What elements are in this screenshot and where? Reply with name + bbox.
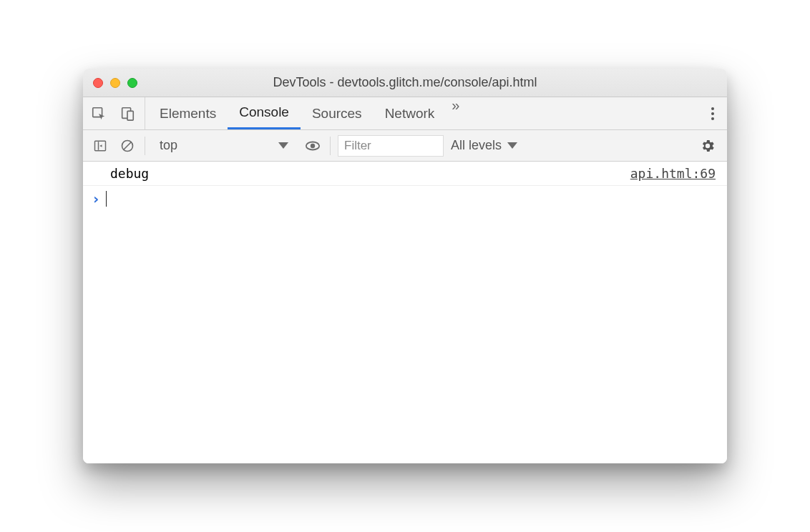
inspect-element-icon[interactable] — [89, 104, 109, 124]
tab-sources[interactable]: Sources — [301, 97, 374, 129]
text-cursor — [106, 191, 107, 207]
tab-elements[interactable]: Elements — [148, 97, 228, 129]
execution-context-selector[interactable]: top — [152, 138, 296, 153]
svg-point-6 — [311, 143, 315, 147]
separator — [145, 137, 145, 155]
more-tabs-icon[interactable]: » — [446, 97, 465, 129]
settings-menu-icon[interactable] — [704, 107, 721, 120]
devtools-window: DevTools - devtools.glitch.me/console/ap… — [83, 69, 727, 463]
console-output: debug api.html:69 › — [83, 162, 727, 463]
live-expression-icon[interactable] — [303, 136, 323, 156]
log-source-link[interactable]: api.html:69 — [630, 166, 716, 181]
console-settings-icon[interactable] — [700, 136, 720, 156]
execution-context-label: top — [160, 138, 177, 153]
console-prompt[interactable]: › — [83, 186, 727, 212]
chevron-down-icon — [278, 142, 288, 149]
tab-console[interactable]: Console — [228, 97, 301, 129]
console-toolbar: top All levels — [83, 130, 727, 162]
log-message-text: debug — [110, 166, 149, 181]
log-levels-label: All levels — [451, 138, 502, 153]
filter-input[interactable] — [338, 135, 444, 157]
log-message-row: debug api.html:69 — [83, 162, 727, 186]
chevron-down-icon — [507, 142, 517, 149]
device-toolbar-icon[interactable] — [117, 104, 137, 124]
titlebar: DevTools - devtools.glitch.me/console/ap… — [83, 69, 727, 97]
toggle-console-sidebar-icon[interactable] — [90, 136, 110, 156]
clear-console-icon[interactable] — [117, 136, 137, 156]
window-title: DevTools - devtools.glitch.me/console/ap… — [83, 75, 727, 90]
log-levels-selector[interactable]: All levels — [451, 138, 517, 153]
tab-network[interactable]: Network — [374, 97, 447, 129]
separator — [330, 137, 331, 155]
svg-rect-2 — [127, 111, 133, 120]
prompt-chevron-icon: › — [92, 190, 100, 207]
panel-tabs: Elements Console Sources Network » — [83, 97, 727, 130]
